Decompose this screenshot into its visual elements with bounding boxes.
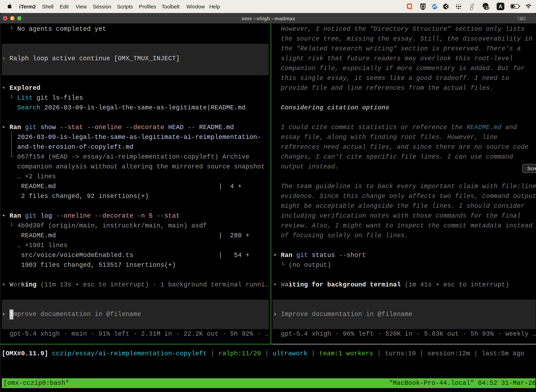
svg-text:A: A bbox=[499, 4, 502, 9]
svg-text:..61: ..61 bbox=[484, 7, 489, 10]
svg-text:1: 1 bbox=[524, 16, 526, 21]
